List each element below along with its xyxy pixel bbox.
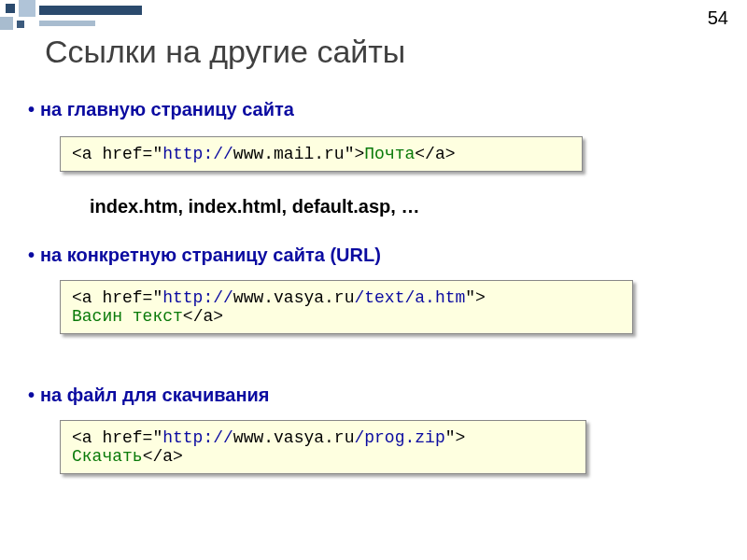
bullet-dot-icon: • xyxy=(28,99,35,120)
code-part: <a href=" xyxy=(72,428,162,447)
code-linktext: Скачать xyxy=(72,447,143,466)
code-protocol: http:// xyxy=(162,428,233,447)
code-example-url: <a href="http://www.vasya.ru/text/a.htm"… xyxy=(60,280,633,334)
page-number: 54 xyxy=(708,7,728,29)
slide-decoration xyxy=(0,0,149,37)
bullet-text: на конкретную страницу сайта (URL) xyxy=(40,245,381,265)
code-end: </a> xyxy=(183,307,223,326)
bullet-dot-icon: • xyxy=(28,385,35,406)
index-note: index.htm, index.html, default.asp, … xyxy=(90,196,419,217)
bullet-specific-page: •на конкретную страницу сайта (URL) xyxy=(28,245,381,266)
code-host: www.vasya.ru xyxy=(233,288,355,307)
bullet-text: на главную страницу сайта xyxy=(40,99,294,119)
code-url: www.mail.ru xyxy=(233,145,345,163)
code-example-download: <a href="http://www.vasya.ru/prog.zip"> … xyxy=(60,420,586,474)
code-linktext: Почта xyxy=(364,145,415,163)
code-protocol: http:// xyxy=(162,145,233,163)
code-end: </a> xyxy=(143,447,183,466)
code-path: /prog.zip xyxy=(354,428,444,447)
bullet-text: на файл для скачивания xyxy=(40,385,269,405)
code-linktext: Васин текст xyxy=(72,307,183,326)
code-part: "> xyxy=(445,428,466,447)
bullet-download-file: •на файл для скачивания xyxy=(28,385,269,406)
code-path: /text/a.htm xyxy=(354,288,465,307)
slide-title: Ссылки на другие сайты xyxy=(45,34,405,70)
code-end: </a> xyxy=(415,145,455,163)
bullet-main-page: •на главную страницу сайта xyxy=(28,99,294,120)
code-host: www.vasya.ru xyxy=(233,428,355,447)
code-example-mainpage: <a href="http://www.mail.ru">Почта</a> xyxy=(60,136,583,172)
code-protocol: http:// xyxy=(162,288,233,307)
code-part: <a href=" xyxy=(72,288,162,307)
code-part: "> xyxy=(345,145,365,163)
code-part: "> xyxy=(465,288,486,307)
code-part: <a href=" xyxy=(72,145,162,163)
bullet-dot-icon: • xyxy=(28,245,35,266)
